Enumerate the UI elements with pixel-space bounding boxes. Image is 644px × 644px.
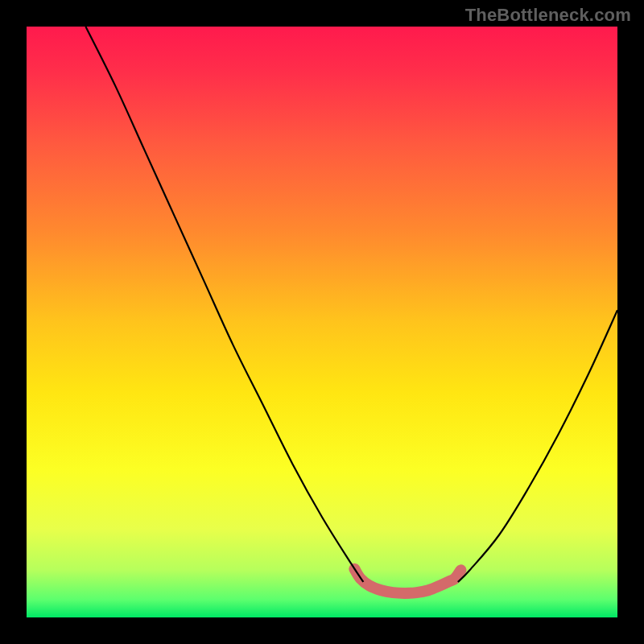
plot-background: [27, 27, 617, 617]
bottleneck-chart: [0, 0, 644, 644]
